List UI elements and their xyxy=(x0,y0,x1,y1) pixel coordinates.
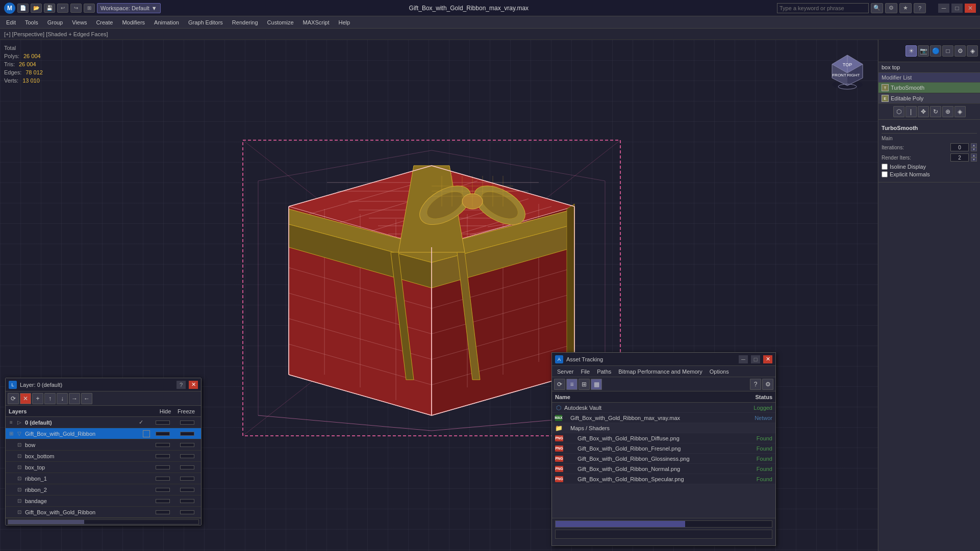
iterations-up[interactable]: ▲ xyxy=(971,143,977,147)
save-file-btn[interactable]: 💾 xyxy=(44,4,55,13)
asset-menu-paths[interactable]: Paths xyxy=(594,368,614,376)
modifier-editpoly[interactable]: E Editable Poly xyxy=(878,93,980,104)
asset-minimize-btn[interactable]: ─ xyxy=(739,355,748,363)
search-input[interactable] xyxy=(777,3,869,13)
menu-tools[interactable]: Tools xyxy=(21,18,42,27)
asset-btn-list[interactable]: ≡ xyxy=(566,379,577,390)
menu-edit[interactable]: Edit xyxy=(2,18,20,27)
ref-btn[interactable]: ⊞ xyxy=(84,4,95,13)
layers-move-out-btn[interactable]: ← xyxy=(81,393,92,404)
asset-item-vault[interactable]: ⬡ Autodesk Vault Logged xyxy=(552,403,775,413)
layers-add-btn[interactable]: + xyxy=(32,393,43,404)
asset-item-diffuse[interactable]: PNG Gift_Box_with_Gold_Ribbon_Diffuse.pn… xyxy=(552,433,775,443)
modifier-turbosmooth[interactable]: T TurboSmooth xyxy=(878,83,980,93)
explicit-normals-checkbox[interactable] xyxy=(882,171,888,177)
rp-sun-icon[interactable]: ☀ xyxy=(906,45,917,57)
rt-pin-btn[interactable]: ⬡ xyxy=(893,106,904,117)
rp-camera-icon[interactable]: 📷 xyxy=(918,45,929,57)
iterations-down[interactable]: ▼ xyxy=(971,147,977,151)
asset-btn-settings[interactable]: ⚙ xyxy=(762,379,773,390)
layer-item-bow[interactable]: ⊡ bow xyxy=(6,439,201,451)
asset-menu-bitmap[interactable]: Bitmap Performance and Memory xyxy=(615,368,705,376)
png-icon-specular: PNG xyxy=(555,476,563,482)
new-file-btn[interactable]: 📄 xyxy=(17,4,29,13)
asset-btn-help[interactable]: ? xyxy=(750,379,761,390)
menu-rendering[interactable]: Rendering xyxy=(228,18,262,27)
asset-item-specular[interactable]: PNG Gift_Box_with_Gold_Ribbon_Specular.p… xyxy=(552,474,775,484)
layer-item-ribbon2[interactable]: ⊡ ribbon_2 xyxy=(6,484,201,495)
rt-select-btn[interactable]: | xyxy=(906,106,917,117)
render-iters-up[interactable]: ▲ xyxy=(971,153,977,158)
rp-figure-icon[interactable]: 🔵 xyxy=(930,45,941,57)
rt-extra-btn[interactable]: ◈ xyxy=(954,106,966,117)
open-file-btn[interactable]: 📂 xyxy=(31,4,42,13)
layer-item-giftbox-obj[interactable]: ⊡ Gift_Box_with_Gold_Ribbon xyxy=(6,507,201,518)
asset-item-maps-folder[interactable]: 📁 Maps / Shaders xyxy=(552,423,775,433)
layers-title-icon: L xyxy=(9,381,17,389)
filter-btn[interactable]: ⚙ xyxy=(885,3,897,13)
rp-extra-icon[interactable]: ◈ xyxy=(967,45,978,57)
menu-animation[interactable]: Animation xyxy=(150,18,183,27)
asset-menu-file[interactable]: File xyxy=(577,368,593,376)
right-panel-icons: ☀ 📷 🔵 □ ⚙ ◈ xyxy=(878,40,980,62)
isoline-checkbox[interactable] xyxy=(882,164,888,170)
menu-create[interactable]: Create xyxy=(92,18,117,27)
asset-close-btn[interactable]: ✕ xyxy=(763,355,772,363)
minimize-btn[interactable]: ─ xyxy=(938,4,949,13)
asset-item-fresnel[interactable]: PNG Gift_Box_with_Gold_Ribbon_Fresnel.pn… xyxy=(552,443,775,454)
workspace-btn[interactable]: Workspace: Default ▼ xyxy=(97,3,161,13)
layer-square-group[interactable] xyxy=(143,430,150,437)
layers-move-down-btn[interactable]: ↓ xyxy=(57,393,68,404)
layer-item-bandage[interactable]: ⊡ bandage xyxy=(6,495,201,507)
viewport[interactable]: Total Polys: 26 004 Tris: 26 004 Edges: … xyxy=(0,40,878,551)
star-btn[interactable]: ★ xyxy=(899,3,912,13)
layers-delete-btn[interactable]: ✕ xyxy=(20,393,31,404)
asset-menu-server[interactable]: Server xyxy=(554,368,576,376)
help-btn[interactable]: ? xyxy=(914,3,926,13)
asset-menu-options[interactable]: Options xyxy=(707,368,732,376)
render-iters-input[interactable] xyxy=(950,153,969,162)
layers-scrollbar[interactable] xyxy=(6,518,201,525)
layer-item-box-top[interactable]: ⊡ box_top xyxy=(6,462,201,473)
layers-close-btn[interactable]: ✕ xyxy=(189,381,198,389)
menu-maxscript[interactable]: MAXScript xyxy=(299,18,334,27)
asset-restore-btn[interactable]: □ xyxy=(751,355,760,363)
layer-item-default[interactable]: ≡ ▷ 0 (default) ✓ xyxy=(6,417,201,428)
rt-move-btn[interactable]: ✥ xyxy=(918,106,929,117)
rp-display-icon[interactable]: □ xyxy=(942,45,953,57)
menu-help[interactable]: Help xyxy=(335,18,355,27)
search-btn[interactable]: 🔍 xyxy=(871,3,883,13)
asset-item-glossiness[interactable]: PNG Gift_Box_with_Gold_Ribbon_Glossiness… xyxy=(552,454,775,464)
menu-modifiers[interactable]: Modifiers xyxy=(118,18,149,27)
undo-btn[interactable]: ↩ xyxy=(57,4,68,13)
rt-rotate-btn[interactable]: ↻ xyxy=(930,106,941,117)
menu-group[interactable]: Group xyxy=(43,18,67,27)
layer-item-giftbox-group[interactable]: ⊞ ▽ Gift_Box_with_Gold_Ribbon xyxy=(6,428,201,439)
asset-btn-grid[interactable]: ⊞ xyxy=(579,379,590,390)
render-iters-down[interactable]: ▼ xyxy=(971,158,977,162)
asset-tracking-panel: A Asset Tracking ─ □ ✕ Server File Paths… xyxy=(551,352,776,546)
layers-refresh-btn[interactable]: ⟳ xyxy=(8,393,19,404)
iterations-input[interactable] xyxy=(950,143,969,151)
modifier-list-label: Modifier List xyxy=(878,73,980,83)
rt-scale-btn[interactable]: ⊕ xyxy=(942,106,953,117)
asset-item-normal[interactable]: PNG Gift_Box_with_Gold_Ribbon_Normal.png… xyxy=(552,464,775,474)
rp-wrench-icon[interactable]: ⚙ xyxy=(954,45,966,57)
layers-move-in-btn[interactable]: → xyxy=(69,393,80,404)
asset-item-maxfile[interactable]: MAX Gift_Box_with_Gold_Ribbon_max_vray.m… xyxy=(552,413,775,423)
menu-graph-editors[interactable]: Graph Editors xyxy=(184,18,227,27)
layer-item-box-bottom[interactable]: ⊡ box_bottom xyxy=(6,451,201,462)
layers-help-btn[interactable]: ? xyxy=(177,381,186,389)
asset-btn-table[interactable]: ▦ xyxy=(591,379,602,390)
asset-bottom xyxy=(552,518,775,545)
layers-scroll-thumb[interactable] xyxy=(8,520,84,524)
menu-views[interactable]: Views xyxy=(68,18,91,27)
close-btn[interactable]: ✕ xyxy=(965,4,976,13)
asset-btn-refresh[interactable]: ⟳ xyxy=(554,379,565,390)
redo-btn[interactable]: ↪ xyxy=(70,4,82,13)
layers-scroll-track[interactable] xyxy=(8,519,199,524)
menu-customize[interactable]: Customize xyxy=(263,18,298,27)
layer-item-ribbon1[interactable]: ⊡ ribbon_1 xyxy=(6,473,201,484)
restore-btn[interactable]: □ xyxy=(951,4,963,13)
layers-move-up-btn[interactable]: ↑ xyxy=(44,393,56,404)
